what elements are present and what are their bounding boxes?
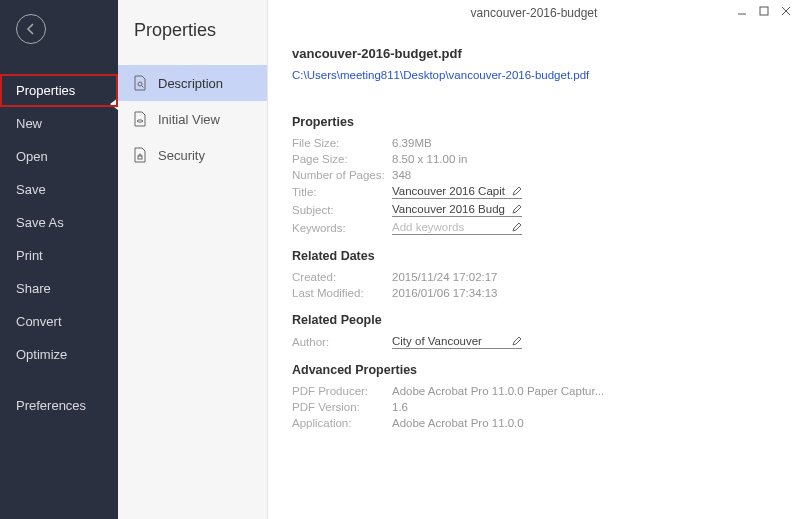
title-field[interactable]: Vancouver 2016 Capit	[392, 185, 522, 199]
back-button[interactable]	[16, 14, 46, 44]
svg-rect-1	[138, 156, 142, 159]
tab-initial-view[interactable]: Initial View	[118, 101, 267, 137]
label-created: Created:	[292, 271, 392, 283]
subject-field[interactable]: Vancouver 2016 Budg	[392, 203, 522, 217]
label-subject: Subject:	[292, 204, 392, 216]
keywords-placeholder: Add keywords	[392, 221, 464, 233]
sidebar-item-label: Save	[16, 182, 46, 197]
value-created: 2015/11/24 17:02:17	[392, 271, 498, 283]
minimize-icon	[737, 6, 747, 16]
sidebar-item-optimize[interactable]: Optimize	[0, 338, 118, 371]
label-page-size: Page Size:	[292, 153, 392, 165]
value-pages: 348	[392, 169, 411, 181]
author-field[interactable]: City of Vancouver	[392, 335, 522, 349]
minimize-button[interactable]	[734, 4, 750, 18]
sidebar-item-label: Preferences	[16, 398, 86, 413]
subject-text: Vancouver 2016 Budg	[392, 203, 505, 215]
value-file-size: 6.39MB	[392, 137, 432, 149]
sidebar-item-label: New	[16, 116, 42, 131]
svg-rect-2	[760, 7, 768, 15]
section-dates-heading: Related Dates	[292, 249, 776, 263]
label-producer: PDF Producer:	[292, 385, 392, 397]
document-lock-icon	[132, 146, 148, 164]
sidebar-item-share[interactable]: Share	[0, 272, 118, 305]
document-eye-icon	[132, 110, 148, 128]
sidebar-item-label: Print	[16, 248, 43, 263]
sidebar-main: Properties New Open Save Save As Print S…	[0, 0, 118, 519]
content: vancouver-2016-budget.pdf C:\Users\meeti…	[268, 26, 800, 441]
maximize-button[interactable]	[756, 4, 772, 18]
svg-point-0	[138, 82, 142, 86]
file-path-link[interactable]: C:\Users\meeting811\Desktop\vancouver-20…	[292, 69, 589, 81]
title-text: Vancouver 2016 Capit	[392, 185, 505, 197]
value-page-size: 8.50 x 11.00 in	[392, 153, 467, 165]
sidebar-item-new[interactable]: New	[0, 107, 118, 140]
sidebar-item-label: Save As	[16, 215, 64, 230]
sidebar-item-preferences[interactable]: Preferences	[0, 389, 118, 422]
window-title: vancouver-2016-budget	[471, 6, 598, 20]
sidebar-item-label: Optimize	[16, 347, 67, 362]
sidebar-item-open[interactable]: Open	[0, 140, 118, 173]
label-title: Title:	[292, 186, 392, 198]
file-name: vancouver-2016-budget.pdf	[292, 46, 776, 61]
value-producer: Adobe Acrobat Pro 11.0.0 Paper Captur...	[392, 385, 604, 397]
value-modified: 2016/01/06 17:34:13	[392, 287, 498, 299]
sidebar-item-label: Open	[16, 149, 48, 164]
author-text: City of Vancouver	[392, 335, 482, 347]
sidebar-item-save[interactable]: Save	[0, 173, 118, 206]
section-people-heading: Related People	[292, 313, 776, 327]
section-advanced-heading: Advanced Properties	[292, 363, 776, 377]
tab-label: Description	[158, 76, 223, 91]
sidebar-item-label: Properties	[16, 83, 75, 98]
tab-label: Initial View	[158, 112, 220, 127]
tab-label: Security	[158, 148, 205, 163]
maximize-icon	[759, 6, 769, 16]
pencil-icon	[512, 222, 522, 232]
section-properties-heading: Properties	[292, 115, 776, 129]
keywords-field[interactable]: Add keywords	[392, 221, 522, 235]
label-author: Author:	[292, 336, 392, 348]
label-keywords: Keywords:	[292, 222, 392, 234]
titlebar: vancouver-2016-budget	[268, 0, 800, 26]
close-button[interactable]	[778, 4, 794, 18]
tab-security[interactable]: Security	[118, 137, 267, 173]
sidebar-item-save-as[interactable]: Save As	[0, 206, 118, 239]
value-version: 1.6	[392, 401, 408, 413]
document-search-icon	[132, 74, 148, 92]
label-modified: Last Modified:	[292, 287, 392, 299]
label-app: Application:	[292, 417, 392, 429]
tab-description[interactable]: Description	[118, 65, 267, 101]
sidebar-item-label: Convert	[16, 314, 62, 329]
pencil-icon	[512, 336, 522, 346]
pencil-icon	[512, 204, 522, 214]
sidebar-item-label: Share	[16, 281, 51, 296]
close-icon	[781, 6, 791, 16]
label-version: PDF Version:	[292, 401, 392, 413]
value-app: Adobe Acrobat Pro 11.0.0	[392, 417, 524, 429]
main-area: vancouver-2016-budget vancouver-2016-bud…	[268, 0, 800, 519]
sidebar-item-properties[interactable]: Properties	[0, 74, 118, 107]
chevron-left-icon	[25, 23, 37, 35]
panel-title: Properties	[118, 14, 267, 65]
label-pages: Number of Pages:	[292, 169, 392, 181]
label-file-size: File Size:	[292, 137, 392, 149]
properties-subpanel: Properties Description Initial View Secu…	[118, 0, 268, 519]
pencil-icon	[512, 186, 522, 196]
sidebar-item-convert[interactable]: Convert	[0, 305, 118, 338]
sidebar-item-print[interactable]: Print	[0, 239, 118, 272]
